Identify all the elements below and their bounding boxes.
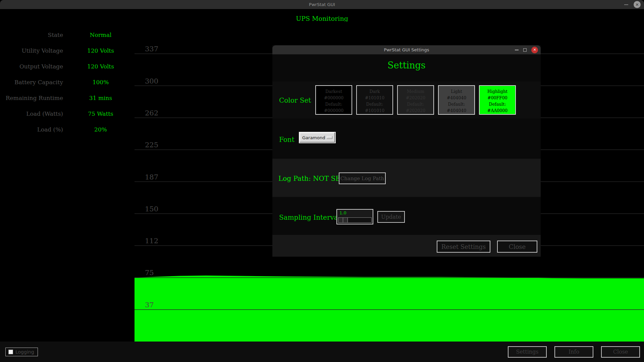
font-label: Font bbox=[279, 136, 294, 144]
stat-value: 120 Volts bbox=[70, 58, 131, 74]
chart-ytick-label: 187 bbox=[145, 173, 158, 181]
swatch-text: Default: bbox=[398, 101, 433, 107]
swatch-text: #00FF00 bbox=[480, 95, 515, 101]
stat-label: State bbox=[0, 27, 63, 43]
dialog-close-icon[interactable]: ✕ bbox=[531, 47, 538, 53]
pwrstat-main-window: PwrStat GUI ✕ UPS Monitoring StateNormal… bbox=[0, 0, 644, 362]
update-button[interactable]: Update bbox=[377, 211, 405, 223]
page-title: UPS Monitoring bbox=[0, 15, 644, 22]
stat-row: Utility Voltage120 Volts bbox=[0, 43, 134, 58]
color-swatches: Darkest#000000Default:#000000Dark#101010… bbox=[315, 85, 516, 115]
reset-settings-button[interactable]: Reset Settings bbox=[437, 241, 490, 253]
swatch-text: #101010 bbox=[357, 95, 392, 101]
stat-label: Remaining Runtime bbox=[0, 90, 63, 106]
stat-value: 75 Watts bbox=[70, 106, 131, 121]
main-titlebar: PwrStat GUI ✕ bbox=[0, 0, 644, 9]
logging-checkbox[interactable]: Logging bbox=[5, 348, 38, 356]
info-button[interactable]: Info bbox=[554, 346, 593, 358]
swatch-text: Dark bbox=[357, 88, 392, 95]
swatch-text: Highlight bbox=[480, 88, 515, 95]
dialog-title: PwrStat GUI Settings bbox=[384, 47, 429, 52]
font-dropdown[interactable]: Garamond bbox=[299, 132, 336, 143]
color-set-label: Color Set bbox=[279, 96, 311, 104]
dialog-minimize-icon[interactable] bbox=[515, 50, 519, 50]
color-swatch-highlight[interactable]: Highlight#00FF00Default:#AA0000 bbox=[479, 85, 516, 115]
log-path-label: Log Path: NOT SET bbox=[278, 174, 345, 183]
dropdown-indicator-icon bbox=[327, 136, 332, 139]
swatch-text: Darkest bbox=[316, 88, 352, 95]
color-swatch-medium[interactable]: Medium#202020Default:#202020 bbox=[397, 85, 434, 115]
stat-label: Load (%) bbox=[0, 121, 63, 137]
swatch-text: Default: bbox=[357, 101, 392, 107]
swatch-text: #101010 bbox=[357, 107, 392, 114]
swatch-text: #404040 bbox=[439, 95, 474, 101]
stat-label: Battery Capacity bbox=[0, 74, 63, 90]
sampling-interval-input[interactable]: 1.0 bbox=[336, 209, 373, 224]
close-icon[interactable]: ✕ bbox=[634, 1, 641, 8]
settings-dialog: PwrStat GUI Settings ✕ Settings Color Se… bbox=[272, 45, 541, 257]
checkbox-icon[interactable] bbox=[8, 350, 13, 354]
color-swatch-dark[interactable]: Dark#101010Default:#101010 bbox=[356, 85, 393, 115]
close-button[interactable]: Close bbox=[497, 241, 537, 253]
dialog-heading: Settings bbox=[272, 60, 541, 70]
swatch-text: Medium bbox=[398, 88, 433, 95]
scrollbar-thumb[interactable] bbox=[343, 218, 348, 222]
bottom-bar: Logging SettingsInfoClose bbox=[0, 342, 644, 362]
swatch-text: #000000 bbox=[316, 107, 352, 114]
settings-button[interactable]: Settings bbox=[508, 346, 547, 358]
stat-value: 20% bbox=[70, 121, 131, 137]
stat-row: Output Voltage120 Volts bbox=[0, 58, 134, 74]
dialog-maximize-icon[interactable] bbox=[523, 48, 527, 52]
stat-row: Load (%)20% bbox=[0, 121, 134, 137]
swatch-text: #202020 bbox=[398, 107, 433, 114]
stat-row: StateNormal bbox=[0, 27, 134, 43]
chart-area-series bbox=[135, 275, 644, 342]
color-swatch-darkest[interactable]: Darkest#000000Default:#000000 bbox=[315, 85, 352, 115]
chart-ytick-label: 262 bbox=[145, 109, 158, 117]
sampling-interval-label: Sampling Interval bbox=[279, 213, 340, 221]
stat-value: 120 Volts bbox=[70, 43, 131, 58]
chart-ytick-label: 37 bbox=[145, 301, 154, 309]
scrollbar-button[interactable] bbox=[338, 218, 343, 222]
chart-ytick-label: 225 bbox=[145, 141, 158, 149]
stat-row: Remaining Runtime31 mins bbox=[0, 90, 134, 106]
dialog-footer-buttons: Reset SettingsClose bbox=[437, 241, 537, 253]
chart-ytick-label: 300 bbox=[145, 77, 158, 85]
stat-label: Load (Watts) bbox=[0, 106, 63, 121]
chart-ytick-label: 112 bbox=[145, 237, 158, 245]
scrollbar-track[interactable] bbox=[348, 218, 371, 222]
stat-row: Load (Watts)75 Watts bbox=[0, 106, 134, 121]
sampling-scrollbar[interactable] bbox=[338, 217, 372, 223]
stat-value: Normal bbox=[70, 27, 131, 43]
minimize-icon[interactable] bbox=[624, 4, 628, 5]
window-title: PwrStat GUI bbox=[309, 2, 335, 7]
stat-label: Output Voltage bbox=[0, 58, 63, 74]
dialog-titlebar: PwrStat GUI Settings ✕ bbox=[272, 45, 541, 54]
swatch-text: #AA0000 bbox=[480, 107, 515, 114]
swatch-text: Default: bbox=[316, 101, 352, 107]
stat-value: 100% bbox=[70, 74, 131, 90]
chart-ytick-label: 150 bbox=[145, 205, 158, 213]
swatch-text: Default: bbox=[439, 101, 474, 107]
bottom-buttons: SettingsInfoClose bbox=[508, 346, 640, 358]
swatch-text: Default: bbox=[480, 101, 515, 107]
stat-label: Utility Voltage bbox=[0, 43, 63, 58]
logging-label: Logging bbox=[15, 349, 34, 355]
stats-panel: StateNormalUtility Voltage120 VoltsOutpu… bbox=[0, 27, 134, 137]
swatch-text: #202020 bbox=[398, 95, 433, 101]
change-log-path-button[interactable]: Change Log Path bbox=[339, 172, 386, 184]
chart-ytick-label: 75 bbox=[145, 269, 154, 277]
font-dropdown-value: Garamond bbox=[302, 135, 325, 140]
stat-row: Battery Capacity100% bbox=[0, 74, 134, 90]
swatch-text: Light bbox=[439, 88, 474, 95]
chart-ytick-label: 337 bbox=[145, 45, 158, 53]
stat-value: 31 mins bbox=[70, 90, 131, 106]
close-button[interactable]: Close bbox=[601, 346, 640, 358]
swatch-text: #000000 bbox=[316, 95, 352, 101]
sampling-interval-value: 1.0 bbox=[339, 210, 346, 215]
swatch-text: #404040 bbox=[439, 107, 474, 114]
color-swatch-light[interactable]: Light#404040Default:#404040 bbox=[438, 85, 475, 115]
